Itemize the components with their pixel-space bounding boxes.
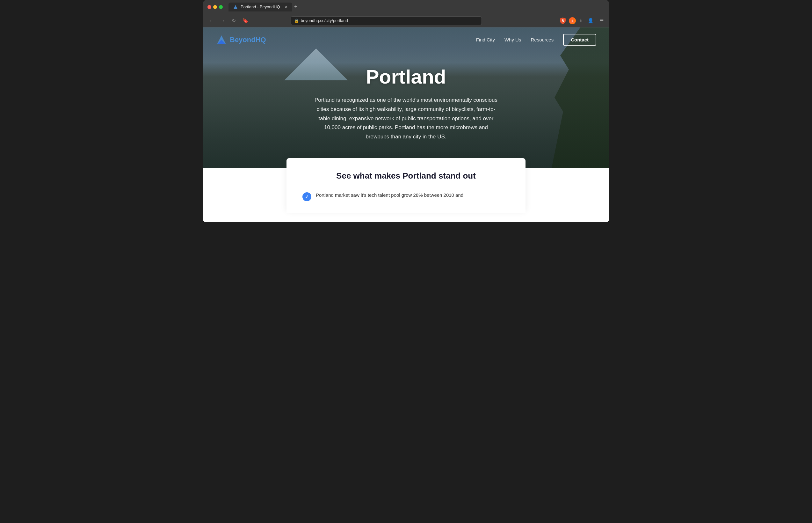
- logo-text: BeyondHQ: [230, 36, 266, 44]
- tab-favicon: [233, 4, 238, 10]
- tab-bar: Portland - BeyondHQ ✕ +: [228, 3, 605, 12]
- address-bar[interactable]: 🔒 beyondhq.co/city/portland: [291, 16, 482, 25]
- forward-button[interactable]: →: [218, 17, 227, 25]
- logo-hq: HQ: [256, 36, 266, 44]
- back-button[interactable]: ←: [207, 17, 216, 25]
- lock-icon: 🔒: [294, 18, 299, 23]
- site-nav: BeyondHQ Find City Why Us Resources Cont…: [203, 28, 609, 52]
- browser-titlebar: Portland - BeyondHQ ✕ +: [203, 0, 609, 14]
- resources-link[interactable]: Resources: [531, 37, 553, 42]
- info-button[interactable]: ℹ: [579, 17, 584, 24]
- close-button[interactable]: [207, 5, 211, 9]
- new-tab-button[interactable]: +: [294, 3, 298, 10]
- traffic-lights: [207, 5, 223, 9]
- tab-close-icon[interactable]: ✕: [285, 5, 288, 9]
- contact-button[interactable]: Contact: [563, 34, 596, 46]
- find-city-link[interactable]: Find City: [476, 37, 495, 42]
- white-section: See what makes Portland stand out Portla…: [203, 168, 609, 222]
- browser-toolbar: ← → ↻ 🔖 🔒 beyondhq.co/city/portland B ! …: [203, 14, 609, 28]
- logo[interactable]: BeyondHQ: [216, 34, 266, 46]
- browser-window: Portland - BeyondHQ ✕ + ← → ↻ 🔖 🔒 beyond…: [203, 0, 609, 222]
- user-button[interactable]: 👤: [586, 17, 595, 24]
- url-text: beyondhq.co/city/portland: [301, 18, 348, 23]
- svg-text:B: B: [562, 19, 564, 23]
- feature-text: Portland market saw it's tech talent poo…: [316, 192, 464, 199]
- active-tab[interactable]: Portland - BeyondHQ ✕: [228, 3, 292, 12]
- why-us-link[interactable]: Why Us: [505, 37, 521, 42]
- logo-beyond: Beyond: [230, 36, 256, 44]
- menu-button[interactable]: ☰: [598, 17, 605, 24]
- city-name: Portland: [366, 65, 446, 88]
- website-content: BeyondHQ Find City Why Us Resources Cont…: [203, 28, 609, 222]
- brave-warning-icon[interactable]: !: [569, 17, 576, 24]
- reload-button[interactable]: ↻: [230, 16, 238, 25]
- maximize-button[interactable]: [219, 5, 223, 9]
- toolbar-right: B ! ℹ 👤 ☰: [559, 17, 605, 24]
- feature-item: Portland market saw it's tech talent poo…: [302, 190, 510, 203]
- standout-heading: See what makes Portland stand out: [302, 171, 510, 181]
- bookmark-button[interactable]: 🔖: [240, 16, 250, 25]
- svg-text:!: !: [572, 20, 573, 23]
- brave-shield-icon[interactable]: B: [559, 17, 566, 24]
- tab-title: Portland - BeyondHQ: [241, 4, 280, 9]
- check-icon: [302, 192, 311, 201]
- hero-section: BeyondHQ Find City Why Us Resources Cont…: [203, 28, 609, 168]
- hero-description: Portland is recognized as one of the wor…: [314, 96, 498, 142]
- svg-marker-0: [233, 5, 238, 9]
- hero-content: Portland Portland is recognized as one o…: [203, 52, 609, 168]
- minimize-button[interactable]: [213, 5, 217, 9]
- nav-links: Find City Why Us Resources Contact: [476, 34, 596, 46]
